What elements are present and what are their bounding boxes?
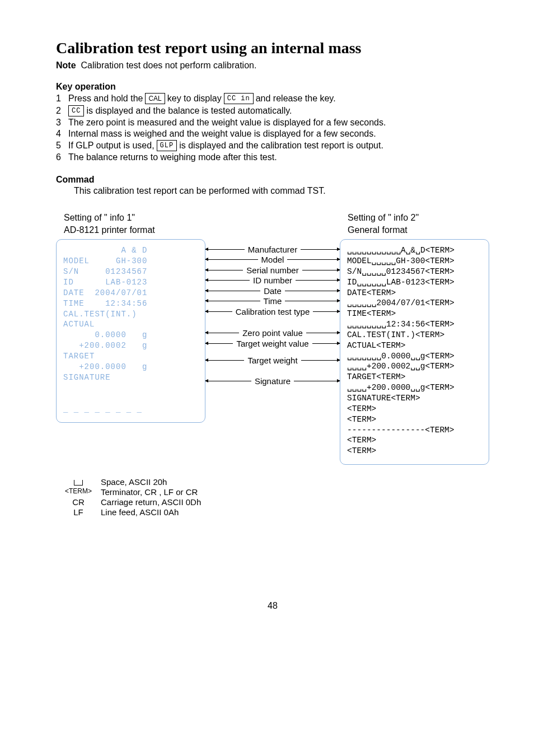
right-title: Setting of " info 2" General format xyxy=(348,212,489,236)
lbl-id: ID number xyxy=(250,276,296,285)
cal-key-box: CAL xyxy=(145,93,165,104)
legend-text: Line feed, ASCII 0Ah xyxy=(101,507,179,517)
keyop-heading: Key operation xyxy=(56,82,489,92)
text: The zero point is measured and the weigh… xyxy=(68,118,386,128)
keyop-item: 4 Internal mass is weighed and the weigh… xyxy=(56,129,489,139)
keyop-item: 1 Press and hold the CAL key to display … xyxy=(56,93,489,104)
keyop-list: 1 Press and hold the CAL key to display … xyxy=(56,93,489,162)
note-text: Calibration test does not perform calibr… xyxy=(81,60,256,70)
page-title: Calibration test report using an interna… xyxy=(56,39,489,57)
left-column: Setting of " info 1" AD-8121 printer for… xyxy=(56,212,205,465)
keyop-num: 3 xyxy=(56,118,68,128)
legend-text: Carriage return, ASCII 0Dh xyxy=(101,497,201,507)
keyop-item: 3 The zero point is measured and the wei… xyxy=(56,118,489,128)
cr-symbol: CR xyxy=(56,497,101,507)
text: Press and hold the xyxy=(68,94,143,104)
lbl-caltype: Calibration test type xyxy=(232,307,313,316)
term-symbol: <TERM> xyxy=(56,487,101,497)
text: is displayed and the balance is tested a… xyxy=(86,106,292,116)
keyop-item: 2 CC is displayed and the balance is tes… xyxy=(56,105,489,116)
note-label: Note xyxy=(56,60,76,70)
format-diagram: Setting of " info 1" AD-8121 printer for… xyxy=(56,212,489,465)
lbl-serial: Serial number xyxy=(243,265,302,275)
command-text: This calibration test report can be perf… xyxy=(56,186,489,196)
display-box: GLP xyxy=(157,140,177,151)
keyop-item: 6 The balance returns to weighing mode a… xyxy=(56,152,489,162)
right-column: Setting of " info 2" General format ␣␣␣␣… xyxy=(340,212,489,465)
lbl-manufacturer: Manufacturer xyxy=(245,245,301,254)
keyop-num: 5 xyxy=(56,141,68,151)
display-box: CC xyxy=(68,105,84,116)
text: is displayed and the calibration test re… xyxy=(179,141,383,151)
text: The balance returns to weighing mode aft… xyxy=(68,152,277,162)
lbl-zero: Zero point value xyxy=(239,328,306,338)
lf-symbol: LF xyxy=(56,507,101,517)
legend-text: Terminator, CR , LF or CR xyxy=(101,487,198,497)
note-line: Note Calibration test does not perform c… xyxy=(56,60,489,71)
text: If GLP output is used, xyxy=(68,141,154,151)
legend: Space, ASCII 20h <TERM>Terminator, CR , … xyxy=(56,477,489,517)
left-title: Setting of " info 1" AD-8121 printer for… xyxy=(64,212,205,236)
page-number: 48 xyxy=(56,601,489,611)
left-panel: A & D MODEL GH-300 S/N 01234567 ID LAB-0… xyxy=(56,239,205,423)
middle-labels: Manufacturer Model Serial number ID numb… xyxy=(205,212,340,465)
display-box: CC in xyxy=(224,93,254,104)
keyop-num: 1 xyxy=(56,94,68,104)
lbl-twv: Target weight value xyxy=(233,339,312,348)
keyop-num: 2 xyxy=(56,106,68,116)
keyop-num: 4 xyxy=(56,129,68,139)
command-heading: Commad xyxy=(56,175,489,185)
lbl-sig: Signature xyxy=(251,376,294,386)
keyop-item: 5 If GLP output is used, GLP is displaye… xyxy=(56,140,489,151)
right-panel: ␣␣␣␣␣␣␣␣␣␣␣A␣&␣D<TERM> MODEL␣␣␣␣␣GH-300<… xyxy=(340,239,489,465)
text: key to display xyxy=(167,94,222,104)
lbl-time: Time xyxy=(260,296,285,306)
text: Internal mass is weighed and the weight … xyxy=(68,129,376,139)
lbl-model: Model xyxy=(258,255,288,264)
lbl-tw: Target weight xyxy=(244,356,301,365)
legend-text: Space, ASCII 20h xyxy=(101,477,167,487)
keyop-num: 6 xyxy=(56,152,68,162)
lbl-date: Date xyxy=(260,286,285,296)
command-section: Commad This calibration test report can … xyxy=(56,175,489,196)
text: and release the key. xyxy=(256,94,336,104)
space-symbol xyxy=(56,477,101,487)
